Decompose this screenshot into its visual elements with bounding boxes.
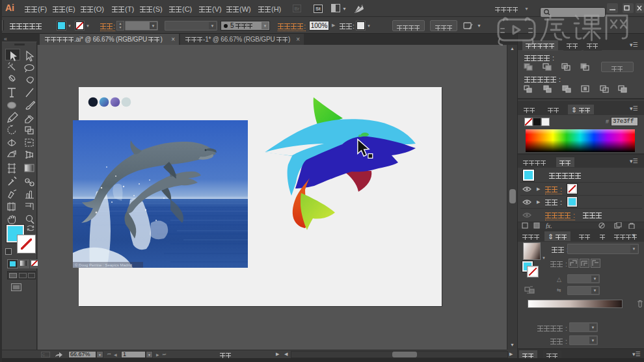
svg-text:© Doug Perrine : Seapics Madri: © Doug Perrine : Seapics Madrid: [75, 263, 132, 267]
